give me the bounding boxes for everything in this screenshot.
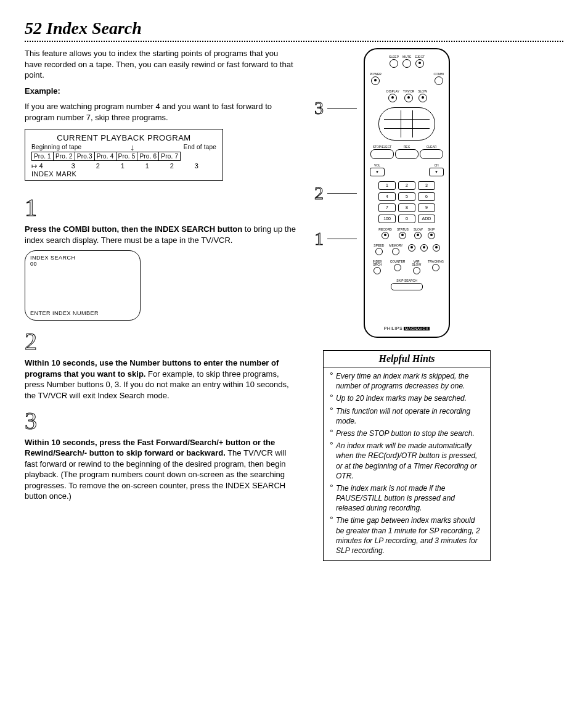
- dotted-rule: [25, 41, 563, 42]
- remote-button-label: VOL: [374, 164, 380, 167]
- hint-item: This function will not operate in record…: [330, 406, 484, 426]
- remote-button-label: VAR SLOW: [410, 260, 423, 266]
- remote-button-label: SPEED: [374, 244, 384, 247]
- remote-button-label: RECORD: [378, 228, 392, 231]
- keypad-key: 3: [418, 181, 435, 190]
- keypad-key: 7: [378, 203, 396, 212]
- example-label: Example:: [25, 86, 296, 97]
- mute-button-icon: [402, 59, 411, 68]
- intro-paragraph: This feature allows you to index the sta…: [25, 48, 296, 81]
- remote-button-label: COUNTER: [390, 260, 406, 263]
- hint-item: An index mark will be made automatically…: [330, 441, 484, 481]
- step-1: Press the COMBI button, then the INDEX S…: [25, 224, 296, 245]
- helpful-hints-box: Helpful Hints Every time an index mark i…: [323, 350, 491, 561]
- hint-item: The time gap between index marks should …: [330, 515, 484, 555]
- diagram-end-label: End of tape: [184, 144, 216, 150]
- memory-button-icon: [392, 248, 399, 255]
- remote-button-label: TRACKING: [428, 260, 444, 263]
- index-search-button-icon: [374, 267, 381, 274]
- diagram-num-first: ↦ 4: [31, 162, 61, 170]
- example-paragraph: If you are watching program number 4 and…: [25, 101, 296, 123]
- diagram-cell: Pro. 7: [158, 152, 181, 161]
- screen-line-1: INDEX SEARCH: [30, 255, 135, 261]
- hint-item: The index mark is not made if the PAUSE/…: [330, 483, 484, 514]
- remote-button-label: DISPLAY: [386, 90, 399, 93]
- step-2: Within 10 seconds, use the Number button…: [25, 358, 296, 401]
- remote-small-row: RECORD STATUS SLOW SKIP: [378, 228, 435, 239]
- remote-button-label: CH: [434, 164, 438, 167]
- diagram-begin-label: Beginning of tape: [31, 144, 81, 150]
- callout-line: [327, 108, 357, 109]
- remote-button-label: SKIP SEARCH: [396, 279, 417, 282]
- remote-number-keypad: 1 2 3 4 5 6 7 8 9 100 0 ADD: [378, 181, 435, 223]
- small-button-icon: [433, 244, 440, 252]
- callout-2: 2: [314, 182, 357, 203]
- page-number: 52: [25, 18, 42, 38]
- keypad-key: 100: [378, 215, 396, 223]
- display-button-icon: [388, 94, 397, 102]
- program-diagram-box: CURRENT PLAYBACK PROGRAM Beginning of ta…: [25, 129, 223, 181]
- callout-3-numeral: 3: [314, 97, 324, 118]
- clear-button-icon: [420, 149, 443, 159]
- diagram-num: 2: [160, 162, 184, 170]
- page-heading: Index Search: [46, 18, 142, 38]
- keypad-key: 6: [418, 192, 435, 201]
- callout-2-numeral: 2: [314, 182, 324, 203]
- slow-button-icon: [419, 94, 427, 102]
- remote-button-label: SLEEP: [389, 55, 399, 59]
- brand-philips: PHILIPS: [384, 326, 402, 330]
- counter-button-icon: [394, 264, 401, 271]
- remote-button-label: MEMORY: [389, 244, 402, 247]
- sleep-button-icon: [390, 59, 398, 68]
- remote-brand: PHILIPSMAGNAVOX: [384, 326, 430, 330]
- tv-screen-display: INDEX SEARCH 00 ENTER INDEX NUMBER: [25, 250, 141, 321]
- remote-dpad-disc: [378, 107, 435, 141]
- diagram-num: 3: [61, 162, 86, 170]
- diagram-title: CURRENT PLAYBACK PROGRAM: [31, 133, 216, 142]
- callout-1: 1: [314, 228, 357, 249]
- keypad-key: 8: [398, 203, 415, 212]
- remote-button-label: TV/VCR: [403, 90, 414, 93]
- keypad-key: ADD: [418, 215, 435, 223]
- diagram-num: 1: [135, 162, 160, 170]
- remote-button-label: REC: [404, 145, 410, 149]
- skip-search-button-icon: [391, 283, 423, 290]
- diagram-cell: Pro. 1: [31, 152, 53, 161]
- stop-button-icon: [370, 149, 394, 159]
- hint-item: Every time an index mark is skipped, the…: [330, 371, 484, 391]
- remote-button-label: COMBI: [434, 73, 444, 76]
- step-3-numeral: 3: [25, 409, 37, 433]
- diagram-cell: Pro.3: [75, 152, 94, 161]
- status-button-icon: [399, 232, 406, 239]
- vol-button-icon: ▼: [370, 168, 385, 176]
- remote-small-row-2: SPEED MEMORY: [374, 244, 439, 255]
- remote-button-label: POWER: [370, 73, 382, 76]
- diagram-cell: Pro. 2: [53, 152, 75, 161]
- left-column: This feature allows you to index the sta…: [25, 48, 296, 561]
- hints-list: Every time an index mark is skipped, the…: [330, 371, 484, 555]
- diagram-num: 3: [184, 162, 209, 170]
- remote-control-illustration: SLEEP MUTE EJECT POWER COMBI DISPLAY TV/…: [364, 48, 450, 338]
- tv-vcr-button-icon: [404, 94, 413, 102]
- step-1-numeral: 1: [25, 195, 37, 220]
- remote-button-label: SLOW: [414, 228, 423, 231]
- remote-button-label: STATUS: [397, 228, 409, 231]
- diagram-cell: Pro. 4: [94, 152, 116, 161]
- hints-title: Helpful Hints: [324, 351, 490, 367]
- combi-button-icon: [435, 76, 443, 85]
- var-slow-button-icon: [413, 267, 420, 274]
- callout-line: [327, 239, 357, 239]
- diagram-num: 1: [110, 162, 135, 170]
- diagram-num: 2: [86, 162, 110, 170]
- power-button-icon: [371, 76, 380, 85]
- record-button-icon: [382, 232, 389, 239]
- keypad-key: 9: [418, 203, 435, 212]
- step-1-bold: Press the COMBI button, then the INDEX S…: [25, 224, 242, 234]
- diagram-cells: Pro. 1 Pro. 2 Pro.3 Pro. 4 Pro. 5 Pro. 6…: [31, 152, 216, 161]
- tracking-button-icon: [432, 264, 439, 271]
- keypad-key: 0: [398, 215, 415, 223]
- intro-block: This feature allows you to index the sta…: [25, 48, 296, 123]
- callout-3: 3: [314, 97, 357, 118]
- brand-magnavox: MAGNAVOX: [404, 327, 430, 330]
- page-title: 52 Index Search: [25, 18, 563, 38]
